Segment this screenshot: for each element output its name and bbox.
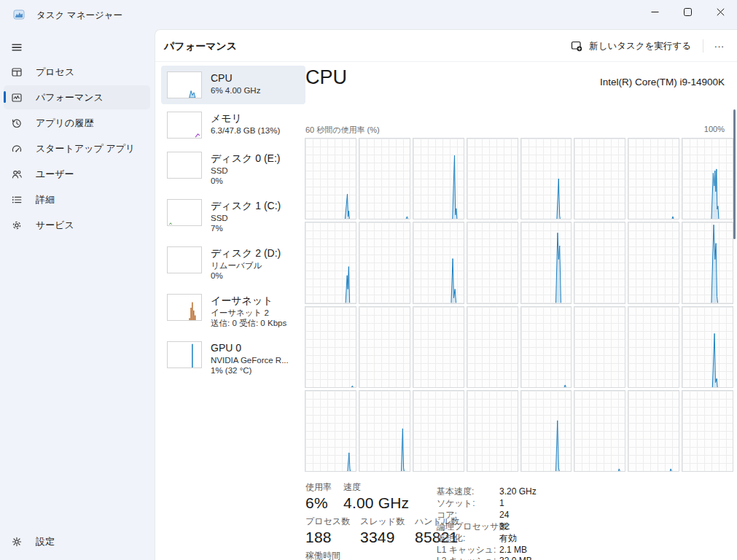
- cpu-core-chart-r1c8: [682, 138, 733, 219]
- cpu-core-chart-r1c6: [574, 138, 625, 219]
- sidebar-item-6[interactable]: 詳細: [4, 187, 150, 211]
- cpu-core-chart-r3c7: [628, 306, 679, 388]
- run-new-task-button[interactable]: 新しいタスクを実行する: [564, 36, 698, 56]
- cpu-core-chart-r4c4: [467, 390, 518, 472]
- logical-processor-chart-grid: [305, 138, 733, 472]
- hamburger-menu-icon[interactable]: [7, 36, 34, 58]
- titlebar: タスク マネージャー: [0, 0, 737, 29]
- sidebar-item-5[interactable]: ユーザー: [4, 162, 150, 186]
- cpu-core-chart-r3c4: [467, 306, 518, 388]
- disk-low-spark-thumbnail: [167, 199, 202, 226]
- window-controls: [639, 0, 737, 24]
- detail-stat-label: L2 キャッシュ:: [437, 556, 499, 560]
- stat-value: 3349: [360, 527, 415, 547]
- stat-label: 速度: [343, 482, 409, 493]
- window-title: タスク マネージャー: [36, 9, 122, 22]
- perf-item-6[interactable]: イーサネットイーサネット 2送信: 0 受信: 0 Kbps: [161, 288, 305, 334]
- minimize-button[interactable]: [639, 0, 671, 24]
- close-button[interactable]: [704, 0, 737, 24]
- perf-item-3[interactable]: ディスク 0 (E:)SSD0%: [161, 146, 305, 192]
- perf-item-texts: ディスク 0 (E:)SSD0%: [211, 152, 280, 186]
- chart-caption-right: 100%: [704, 125, 725, 136]
- sidebar-item-1[interactable]: プロセス: [4, 60, 150, 84]
- perf-item-detail: NVIDIA GeForce R...: [211, 355, 289, 365]
- sidebar-item-7[interactable]: サービス: [4, 213, 150, 237]
- stat-block: プロセス数188: [305, 516, 360, 547]
- cpu-core-chart-r1c4: [467, 138, 518, 219]
- detail-stat-value: 有効: [499, 533, 537, 545]
- stat-value: 188: [305, 527, 360, 547]
- perf-item-detail: SSD: [211, 166, 280, 176]
- perf-item-detail: SSD: [211, 213, 281, 223]
- cpu-core-chart-r2c7: [628, 222, 679, 303]
- cpu-core-chart-r3c2: [359, 306, 410, 388]
- more-options-icon[interactable]: ...: [708, 36, 731, 55]
- perf-item-5[interactable]: ディスク 2 (D:)リムーバブル0%: [161, 241, 305, 287]
- perf-item-texts: ディスク 2 (D:)リムーバブル0%: [211, 246, 281, 281]
- perf-item-7[interactable]: GPU 0NVIDIA GeForce R...1% (32 °C): [161, 335, 305, 381]
- cpu-core-chart-r1c2: [359, 138, 410, 219]
- cpu-core-chart-r1c1: [305, 138, 356, 219]
- cpu-core-chart-r4c1: [305, 390, 356, 472]
- cpu-core-chart-r3c6: [574, 306, 625, 388]
- perf-item-name: ディスク 2 (D:): [211, 246, 281, 260]
- cpu-core-chart-r2c1: [305, 222, 356, 303]
- cpu-core-chart-r4c5: [520, 390, 572, 472]
- stat-block: スレッド数3349: [360, 516, 415, 547]
- cpu-core-chart-r4c2: [359, 390, 410, 472]
- cpu-core-chart-r2c5: [520, 222, 572, 303]
- detail-stat-label: コア:: [437, 510, 499, 521]
- stat-label: 稼働時間: [305, 551, 379, 560]
- app-icon: [13, 9, 25, 20]
- perf-item-name: CPU: [211, 71, 260, 85]
- cpu-core-chart-r1c5: [520, 138, 572, 219]
- cpu-core-chart-r4c3: [413, 390, 464, 472]
- perf-item-detail: リムーバブル: [211, 260, 281, 271]
- sidebar-item-label: サービス: [36, 219, 74, 232]
- startup-icon: [11, 143, 23, 155]
- sidebar-item-2[interactable]: パフォーマンス: [4, 85, 150, 109]
- cpu-core-chart-r1c3: [413, 138, 464, 219]
- cpu-core-chart-r3c5: [520, 306, 572, 388]
- detail-stat-value: 1: [499, 498, 537, 510]
- perf-item-4[interactable]: ディスク 1 (C:)SSD7%: [161, 193, 305, 239]
- panel-header: パフォーマンス 新しいタスクを実行する ...: [155, 30, 737, 62]
- sidebar-item-3[interactable]: アプリの履歴: [4, 111, 150, 135]
- cpu-detail-panel: CPU Intel(R) Core(TM) i9-14900K 60 秒間の使用…: [305, 62, 736, 558]
- perf-item-2[interactable]: メモリ6.3/47.8 GB (13%): [161, 106, 305, 144]
- stat-block: 稼働時間0:00:03:45: [305, 551, 379, 560]
- perf-item-texts: ディスク 1 (C:)SSD7%: [211, 199, 281, 233]
- perf-item-detail: 6.3/47.8 GB (13%): [211, 125, 280, 136]
- stat-value: 6%: [305, 493, 343, 513]
- cpu-core-chart-r3c3: [413, 306, 464, 388]
- page-title: パフォーマンス: [164, 40, 237, 53]
- cpu-core-chart-r4c6: [574, 390, 625, 472]
- detail-stat-label: 仮想化:: [437, 533, 499, 545]
- sidebar-item-settings[interactable]: 設定: [4, 529, 150, 553]
- cpu-spark-thumbnail: [167, 71, 202, 98]
- header-divider: [703, 39, 703, 52]
- stat-value: 4.00 GHz: [343, 493, 409, 513]
- cpu-core-chart-r4c8: [682, 390, 733, 472]
- cpu-core-chart-r2c3: [413, 222, 464, 303]
- sidebar-item-label: パフォーマンス: [36, 91, 104, 104]
- cpu-core-chart-r2c8: [682, 222, 733, 303]
- sidebar-item-label: プロセス: [36, 66, 74, 79]
- stat-block: 使用率6%: [305, 482, 343, 513]
- chart-captions: 60 秒間の使用率 (%) 100%: [305, 125, 725, 136]
- perf-item-name: ディスク 1 (C:): [211, 199, 281, 213]
- processes-icon: [11, 66, 23, 78]
- perf-item-detail: 送信: 0 受信: 0 Kbps: [211, 318, 286, 328]
- header-actions: 新しいタスクを実行する ...: [564, 35, 731, 57]
- settings-label: 設定: [36, 535, 55, 548]
- perf-item-name: GPU 0: [211, 341, 289, 355]
- maximize-button[interactable]: [671, 0, 704, 24]
- perf-item-detail: 0%: [211, 176, 280, 186]
- perf-item-1[interactable]: CPU6% 4.00 GHz: [161, 66, 305, 104]
- perf-item-texts: イーサネットイーサネット 2送信: 0 受信: 0 Kbps: [211, 294, 286, 328]
- cpu-core-chart-r3c1: [305, 306, 356, 388]
- sidebar-item-4[interactable]: スタートアップ アプリ: [4, 136, 150, 160]
- memory-spark-thumbnail: [167, 112, 202, 139]
- scrollbar-thumb[interactable]: [733, 109, 736, 239]
- perf-item-detail: 7%: [211, 223, 281, 233]
